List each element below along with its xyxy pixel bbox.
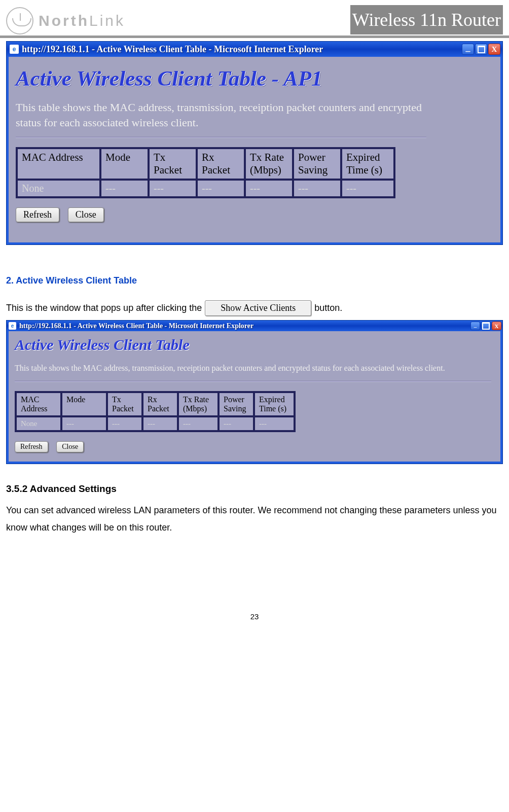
col-expired: Expired Time (s) — [341, 148, 394, 180]
col-rx: Rx Packet — [142, 392, 178, 416]
cell: --- — [293, 180, 341, 197]
text-after: button. — [314, 303, 342, 313]
separator — [16, 137, 426, 138]
col-expired: Expired Time (s) — [254, 392, 295, 416]
titlebar: e http://192.168.1.1 - Active Wireless C… — [7, 42, 502, 57]
cell: None — [17, 180, 100, 197]
close-button[interactable]: X — [492, 322, 501, 330]
maximize-button[interactable] — [475, 44, 487, 55]
table-row: None --- --- --- --- --- --- — [17, 180, 394, 197]
close-table-button[interactable]: Close — [56, 441, 84, 452]
minimize-button[interactable]: _ — [470, 322, 480, 330]
col-rx: Rx Packet — [197, 148, 245, 180]
show-active-clients-button[interactable]: Show Active Clients — [205, 300, 311, 316]
client-table: MAC Address Mode Tx Packet Rx Packet Tx … — [16, 147, 395, 198]
brand: NorthLink — [6, 7, 125, 34]
refresh-button[interactable]: Refresh — [15, 441, 48, 452]
col-rate: Tx Rate (Mbps) — [245, 148, 293, 180]
section-3-title: 3.5.2 Advanced Settings — [6, 483, 503, 495]
brand-name-part2: Link — [89, 12, 125, 29]
window-heading: Active Wireless Client Table - AP1 — [16, 66, 500, 91]
window-title: http://192.168.1.1 - Active Wireless Cli… — [19, 322, 467, 330]
col-mac: MAC Address — [16, 392, 61, 416]
brand-name: NorthLink — [39, 12, 125, 29]
window-2: e http://192.168.1.1 - Active Wireless C… — [6, 320, 503, 464]
cell: --- — [219, 416, 254, 431]
col-mac: MAC Address — [17, 148, 100, 180]
cell: --- — [61, 416, 107, 431]
brand-name-part1: North — [39, 12, 89, 29]
ie-icon: e — [10, 45, 19, 54]
minimize-button[interactable]: _ — [462, 44, 474, 55]
cell: --- — [142, 416, 178, 431]
col-rate: Tx Rate (Mbps) — [178, 392, 219, 416]
refresh-button[interactable]: Refresh — [16, 207, 59, 222]
maximize-button[interactable] — [481, 322, 491, 330]
col-power: Power Saving — [219, 392, 254, 416]
window-title: http://192.168.1.1 - Active Wireless Cli… — [22, 44, 459, 55]
col-tx: Tx Packet — [107, 392, 142, 416]
col-mode: Mode — [61, 392, 107, 416]
table-row: None --- --- --- --- --- --- — [16, 416, 295, 431]
cell: --- — [178, 416, 219, 431]
cell: --- — [341, 180, 394, 197]
section-3-body: You can set advanced wireless LAN parame… — [6, 502, 503, 536]
window-1: e http://192.168.1.1 - Active Wireless C… — [6, 41, 503, 245]
table-header-row: MAC Address Mode Tx Packet Rx Packet Tx … — [16, 392, 295, 416]
col-tx: Tx Packet — [149, 148, 197, 180]
titlebar: e http://192.168.1.1 - Active Wireless C… — [7, 321, 502, 331]
page-header: NorthLink Wireless 11n Router — [0, 0, 509, 38]
close-table-button[interactable]: Close — [68, 207, 104, 222]
cell: --- — [245, 180, 293, 197]
cell: --- — [254, 416, 295, 431]
ie-icon: e — [9, 322, 16, 330]
doc-title: Wireless 11n Router — [350, 5, 503, 34]
col-power: Power Saving — [293, 148, 341, 180]
section-2-title: 2. Active Wireless Client Table — [6, 275, 503, 286]
cell: --- — [100, 180, 149, 197]
page-number: 23 — [6, 612, 503, 630]
window-description: This table shows the MAC address, transm… — [15, 363, 491, 374]
cell: --- — [149, 180, 197, 197]
close-button[interactable]: X — [488, 44, 500, 55]
table-header-row: MAC Address Mode Tx Packet Rx Packet Tx … — [17, 148, 394, 180]
window-body: Active Wireless Client Table - AP1 This … — [7, 57, 502, 244]
northlink-logo-icon — [6, 7, 33, 34]
window-heading: Active Wireless Client Table — [15, 336, 500, 354]
window-description: This table shows the MAC address, transm… — [16, 100, 426, 130]
section-2-text: This is the window that pops up after cl… — [6, 300, 503, 316]
col-mode: Mode — [100, 148, 149, 180]
window-body: Active Wireless Client Table This table … — [7, 331, 502, 464]
separator — [15, 381, 491, 382]
client-table: MAC Address Mode Tx Packet Rx Packet Tx … — [15, 391, 296, 432]
text-before: This is the window that pops up after cl… — [6, 303, 202, 313]
cell: None — [16, 416, 61, 431]
cell: --- — [197, 180, 245, 197]
cell: --- — [107, 416, 142, 431]
